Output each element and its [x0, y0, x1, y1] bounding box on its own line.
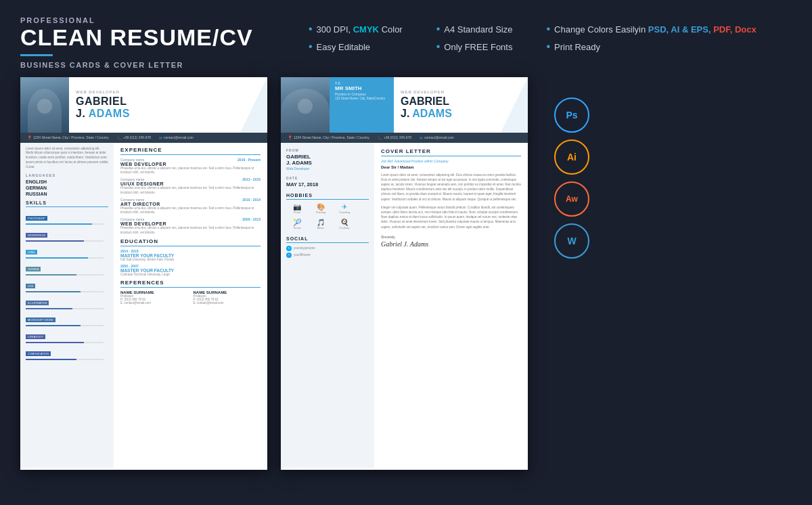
cover-right-col: COVER LETTER Job Ref: Advertised Positio…: [374, 143, 528, 468]
right-icons-panel: Ps Ai Aw W: [541, 77, 602, 279]
word-icon: W: [554, 223, 589, 259]
title-underline: [20, 54, 53, 56]
feature-dpi: • 300 DPI, CMYK Color: [309, 23, 403, 35]
features-block: • 300 DPI, CMYK Color • Easy Editable • …: [273, 16, 792, 53]
feature-print: • Print Ready: [547, 41, 757, 53]
previews-row: WEB DEVELOPER GABRIEL J. ADAMS 📍 1234 St…: [0, 77, 812, 470]
resume-right-col: EXPERIENCE Company name 2016 - Present W…: [114, 143, 267, 468]
resume-name: GABRIEL J. ADAMS: [76, 95, 261, 119]
top-header: PROFESSIONAL CLEAN RESUME/CV BUSINESS CA…: [0, 0, 812, 77]
subtitle: BUSINESS CARDS & COVER LETTER: [20, 61, 253, 69]
feature-colors: • Change Colors Easilyin PSD, AI & EPS, …: [547, 23, 757, 35]
resume-left-col: Lorem ipsum dolor sit amet, consectetur …: [20, 143, 114, 468]
resume-photo: [20, 77, 69, 133]
ai-icon: Ai: [554, 139, 589, 175]
main-title: CLEAN RESUME/CV: [20, 26, 253, 50]
feature-fonts: • Only FREE Fonts: [436, 41, 513, 53]
feature-editable: • Easy Editable: [309, 41, 403, 53]
resume-preview: WEB DEVELOPER GABRIEL J. ADAMS 📍 1234 St…: [20, 77, 267, 470]
feature-col-2: • A4 Standard Size • Only FREE Fonts: [436, 23, 513, 53]
cover-preview: TO MR SMITH Position in Company 123 Stre…: [281, 77, 528, 470]
feature-col-1: • 300 DPI, CMYK Color • Easy Editable: [309, 23, 403, 53]
resume-role-label: WEB DEVELOPER: [76, 90, 261, 94]
cover-left-col: FROM GABRIELJ. ADAMS Web Developer DATE …: [281, 143, 374, 468]
feature-col-3: • Change Colors Easilyin PSD, AI & EPS, …: [547, 23, 757, 53]
title-block: PROFESSIONAL CLEAN RESUME/CV BUSINESS CA…: [20, 16, 253, 69]
resume-contact-bar: 📍 1234 Street Name, City / Province, Sta…: [20, 133, 267, 143]
aw-icon: Aw: [554, 181, 589, 217]
ps-icon: Ps: [554, 97, 589, 133]
feature-a4: • A4 Standard Size: [436, 23, 513, 35]
professional-label: PROFESSIONAL: [20, 16, 253, 24]
